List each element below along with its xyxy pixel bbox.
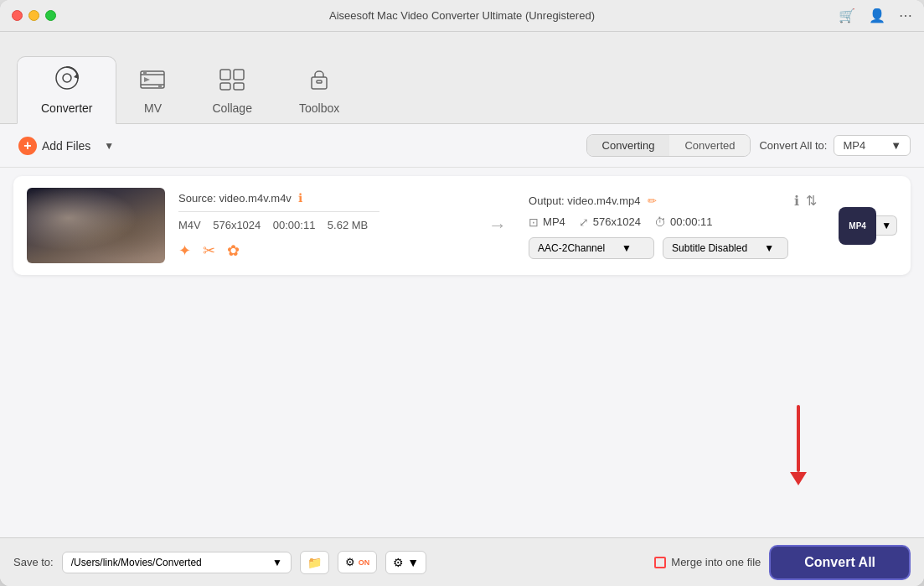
tab-mv[interactable]: MV [116, 60, 188, 123]
arrow-head [790, 472, 807, 485]
format-icon: ⊡ [529, 215, 539, 229]
output-label: Output: video.m4v.mp4 [529, 194, 640, 207]
edit-icon[interactable]: ✏ [648, 194, 657, 207]
tab-collage-label: Collage [212, 101, 251, 115]
output-actions: ℹ ⇅ [794, 193, 817, 209]
convert-all-to-section: Convert All to: MP4 ▼ [759, 135, 911, 156]
hw-acceleration-button[interactable]: ⚙ ON [338, 551, 378, 573]
cut-button[interactable]: ✂ [203, 241, 215, 260]
source-divider [178, 211, 379, 212]
file-thumbnail [27, 188, 165, 263]
add-files-button[interactable]: + Add Files [13, 133, 95, 158]
traffic-lights [12, 10, 56, 21]
toolbar: + Add Files ▼ Converting Converted Conve… [0, 124, 924, 168]
file-size: 5.62 MB [328, 219, 368, 231]
menu-icon[interactable]: ⋯ [899, 8, 912, 23]
tab-toolbox-label: Toolbox [299, 101, 339, 115]
output-controls: AAC-2Channel ▼ Subtitle Disabled ▼ [529, 237, 817, 259]
add-files-label: Add Files [42, 139, 90, 153]
minimize-button[interactable] [28, 10, 39, 21]
add-files-dropdown[interactable]: ▼ [104, 140, 114, 152]
mv-tab-icon [140, 69, 165, 96]
output-info: Output: video.m4v.mp4 ✏ ℹ ⇅ ⊡ MP4 [529, 193, 817, 259]
file-meta: M4V 576x1024 00:00:11 5.62 MB [178, 219, 467, 231]
converter-tab-icon [54, 65, 80, 96]
resolution-icon: ⤢ [579, 215, 589, 229]
save-to-label: Save to: [13, 556, 54, 568]
format-badge-area: MP4 ▼ [839, 207, 897, 245]
file-resolution: 576x1024 [213, 219, 261, 231]
convert-all-to-label: Convert All to: [759, 139, 827, 152]
output-resolution-label: 576x1024 [593, 215, 641, 228]
tab-converter[interactable]: Converter [17, 56, 116, 124]
fullscreen-button[interactable] [45, 10, 56, 21]
clock-icon: ⏱ [654, 215, 666, 229]
plus-circle-icon: + [18, 137, 37, 155]
audio-channel-label: AAC-2Channel [538, 242, 605, 254]
file-actions: ✦ ✂ ✿ [178, 241, 467, 260]
svg-rect-9 [234, 83, 244, 90]
file-format: M4V [178, 219, 201, 231]
close-button[interactable] [12, 10, 23, 21]
window-title: Aiseesoft Mac Video Converter Ultimate (… [329, 9, 595, 22]
output-resolution-item: ⤢ 576x1024 [579, 215, 641, 229]
enhance-button[interactable]: ✦ [178, 241, 191, 260]
svg-rect-11 [317, 80, 322, 83]
titlebar: Aiseesoft Mac Video Converter Ultimate (… [0, 0, 924, 32]
output-line: Output: video.m4v.mp4 ✏ ℹ ⇅ [529, 193, 817, 209]
output-duration-label: 00:00:11 [670, 215, 713, 228]
converted-tab[interactable]: Converted [669, 135, 750, 156]
audio-chevron-icon: ▼ [622, 242, 632, 254]
svg-rect-6 [220, 70, 230, 80]
folder-button[interactable]: 📁 [300, 551, 329, 574]
svg-rect-8 [220, 83, 230, 90]
source-label: Source: video.m4v.m4v [178, 192, 292, 205]
merge-checkbox[interactable] [654, 557, 666, 568]
settings-button[interactable]: ⚙ ▼ [385, 551, 426, 574]
output-duration-item: ⏱ 00:00:11 [654, 215, 713, 229]
tab-converter-label: Converter [41, 101, 92, 115]
converting-tabs: Converting Converted [586, 134, 751, 157]
convert-all-button[interactable]: Convert All [769, 545, 911, 580]
output-info-btn[interactable]: ℹ [794, 193, 799, 209]
source-info-icon[interactable]: ℹ [298, 191, 302, 205]
svg-point-1 [63, 74, 71, 82]
format-badge-chevron[interactable]: ▼ [876, 215, 897, 236]
format-badge[interactable]: MP4 [839, 207, 876, 245]
arrow-annotation [790, 405, 807, 485]
output-meta-row: ⊡ MP4 ⤢ 576x1024 ⏱ 00:00:11 [529, 215, 817, 229]
cart-icon[interactable]: 🛒 [839, 8, 855, 23]
save-path-value: /Users/link/Movies/Converted [71, 557, 202, 568]
file-source-info: Source: video.m4v.m4v ℹ M4V 576x1024 00:… [178, 191, 467, 260]
converting-tab[interactable]: Converting [587, 135, 670, 156]
settings-icon: ⚙ [393, 556, 404, 569]
path-chevron-icon: ▼ [272, 557, 282, 568]
merge-checkbox-area: Merge into one file [654, 556, 761, 568]
file-list-area: Source: video.m4v.m4v ℹ M4V 576x1024 00:… [0, 168, 924, 537]
titlebar-actions: 🛒 👤 ⋯ [839, 8, 912, 23]
subtitle-chevron-icon: ▼ [764, 242, 774, 254]
file-duration: 00:00:11 [273, 219, 316, 231]
output-download-btn[interactable]: ⇅ [806, 193, 817, 209]
audio-channel-select[interactable]: AAC-2Channel ▼ [529, 237, 654, 259]
output-format-item: ⊡ MP4 [529, 215, 565, 229]
source-line: Source: video.m4v.m4v ℹ [178, 191, 467, 205]
svg-rect-5 [158, 85, 162, 88]
effects-button[interactable]: ✿ [227, 241, 240, 260]
subtitle-select[interactable]: Subtitle Disabled ▼ [663, 237, 788, 259]
tab-toolbox[interactable]: Toolbox [276, 60, 363, 123]
arrow-area: → [480, 215, 515, 236]
subtitle-label: Subtitle Disabled [672, 242, 747, 254]
user-icon[interactable]: 👤 [869, 8, 885, 23]
format-selected-value: MP4 [843, 139, 865, 152]
svg-rect-4 [143, 71, 147, 75]
toolbox-tab-icon [307, 69, 332, 96]
format-select-dropdown[interactable]: MP4 ▼ [834, 135, 911, 156]
merge-label: Merge into one file [671, 556, 761, 568]
save-path-select[interactable]: /Users/link/Movies/Converted ▼ [62, 552, 292, 573]
tab-mv-label: MV [144, 101, 162, 115]
tab-collage[interactable]: Collage [188, 60, 275, 123]
file-item: Source: video.m4v.m4v ℹ M4V 576x1024 00:… [13, 176, 911, 275]
format-badge-text: MP4 [849, 221, 866, 231]
hw-on-label: ON [359, 558, 370, 567]
